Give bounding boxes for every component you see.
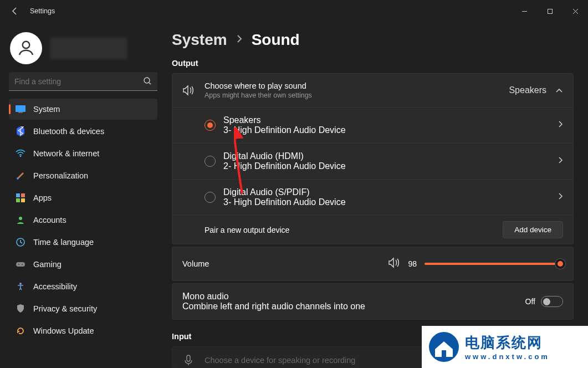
speaker-icon [182, 85, 195, 96]
window-title: Settings [30, 7, 55, 15]
paintbrush-icon [16, 171, 25, 181]
mono-title: Mono audio [182, 292, 518, 301]
nav-label: Privacy & security [33, 304, 97, 313]
svg-rect-22 [442, 350, 446, 357]
maximize-button[interactable] [537, 2, 563, 20]
nav-label: Accounts [33, 216, 67, 224]
nav-time-language[interactable]: Time & language [9, 232, 157, 253]
nav-label: Accessibility [33, 282, 77, 291]
nav-windows-update[interactable]: Windows Update [9, 320, 157, 341]
svg-rect-5 [16, 105, 25, 112]
nav-system[interactable]: System [9, 99, 157, 120]
svg-rect-11 [21, 193, 25, 197]
system-icon [16, 104, 25, 114]
shield-icon [16, 304, 25, 314]
search-input[interactable] [9, 72, 157, 91]
breadcrumb: System Sound [172, 31, 574, 49]
svg-rect-6 [18, 112, 23, 113]
nav-gaming[interactable]: Gaming [9, 254, 157, 275]
nav-label: Windows Update [33, 326, 94, 335]
volume-label: Volume [182, 259, 380, 268]
breadcrumb-leaf: Sound [252, 31, 300, 49]
nav-privacy[interactable]: Privacy & security [9, 298, 157, 319]
svg-point-18 [22, 264, 23, 265]
device-name: Digital Audio (HDMI) [223, 151, 550, 161]
user-name-redacted [50, 37, 127, 59]
svg-point-14 [19, 217, 22, 220]
chevron-right-icon [236, 34, 243, 47]
choose-output-sub: Apps might have their own settings [204, 91, 499, 99]
bluetooth-icon [16, 126, 25, 136]
close-button[interactable] [563, 2, 588, 20]
svg-rect-10 [16, 193, 20, 197]
svg-point-19 [19, 283, 22, 285]
svg-point-3 [144, 78, 150, 83]
nav-label: System [33, 105, 60, 114]
accessibility-icon [16, 282, 25, 292]
volume-value: 98 [408, 259, 417, 268]
choose-output-title: Choose where to play sound [204, 81, 499, 90]
svg-rect-13 [21, 198, 25, 202]
radio-unselected-icon[interactable] [204, 192, 216, 203]
chevron-right-icon[interactable] [558, 120, 563, 130]
svg-point-8 [20, 156, 22, 157]
pair-device-row: Pair a new output device Add device [172, 215, 573, 244]
nav-accounts[interactable]: Accounts [9, 209, 157, 231]
mono-state-label: Off [525, 297, 535, 306]
nav-list: System Bluetooth & devices Network & int… [9, 99, 157, 341]
watermark-text: 电脑系统网 [465, 333, 550, 352]
volume-slider[interactable] [425, 263, 563, 265]
chevron-right-icon[interactable] [558, 192, 563, 202]
svg-point-9 [17, 177, 19, 180]
minimize-button[interactable] [512, 2, 537, 20]
svg-line-4 [149, 83, 151, 84]
radio-selected-icon[interactable] [204, 120, 216, 131]
gaming-icon [16, 259, 25, 269]
mono-audio-card[interactable]: Mono audio Combine left and right audio … [172, 283, 574, 320]
nav-apps[interactable]: Apps [9, 187, 157, 208]
update-icon [16, 326, 25, 336]
nav-network[interactable]: Network & internet [9, 143, 157, 164]
person-icon [16, 215, 25, 225]
device-desc: 2- High Definition Audio Device [223, 161, 550, 171]
nav-bluetooth[interactable]: Bluetooth & devices [9, 121, 157, 142]
nav-label: Bluetooth & devices [33, 127, 104, 136]
nav-label: Network & internet [33, 149, 99, 158]
svg-point-17 [18, 264, 19, 265]
breadcrumb-root[interactable]: System [172, 31, 227, 49]
apps-icon [16, 193, 25, 203]
watermark: 电脑系统网 www.dnxtw.com [422, 326, 588, 368]
sidebar: System Bluetooth & devices Network & int… [0, 22, 166, 368]
device-option-spdif[interactable]: Digital Audio (S/PDIF) 3- High Definitio… [172, 179, 573, 215]
device-option-hdmi[interactable]: Digital Audio (HDMI) 2- High Definition … [172, 143, 573, 179]
device-option-speakers[interactable]: Speakers 3- High Definition Audio Device [172, 107, 573, 143]
mono-toggle[interactable] [541, 296, 563, 307]
device-desc: 3- High Definition Audio Device [223, 197, 550, 207]
device-desc: 3- High Definition Audio Device [223, 125, 550, 135]
titlebar: Settings [0, 0, 588, 22]
chevron-right-icon[interactable] [558, 156, 563, 166]
svg-rect-20 [187, 355, 190, 361]
svg-rect-16 [16, 262, 25, 267]
add-device-button[interactable]: Add device [503, 221, 563, 238]
avatar [10, 32, 42, 64]
svg-rect-12 [16, 198, 20, 202]
choose-output-row[interactable]: Choose where to play sound Apps might ha… [172, 74, 573, 107]
nav-accessibility[interactable]: Accessibility [9, 276, 157, 297]
user-block[interactable] [10, 32, 157, 64]
nav-personalization[interactable]: Personalization [9, 165, 157, 186]
search-icon [143, 76, 152, 88]
selected-device-label: Speakers [509, 85, 546, 95]
clock-icon [16, 237, 25, 247]
mic-icon [182, 355, 195, 366]
back-button[interactable] [10, 6, 20, 16]
search-box[interactable] [9, 72, 157, 91]
speaker-volume-icon[interactable] [388, 257, 400, 270]
wifi-icon [16, 149, 25, 159]
output-device-card: Choose where to play sound Apps might ha… [172, 73, 574, 244]
watermark-url: www.dnxtw.com [465, 352, 550, 361]
nav-label: Personalization [33, 171, 88, 180]
device-name: Digital Audio (S/PDIF) [223, 187, 550, 197]
mono-sub: Combine left and right audio channels in… [182, 301, 518, 311]
radio-unselected-icon[interactable] [204, 156, 216, 167]
